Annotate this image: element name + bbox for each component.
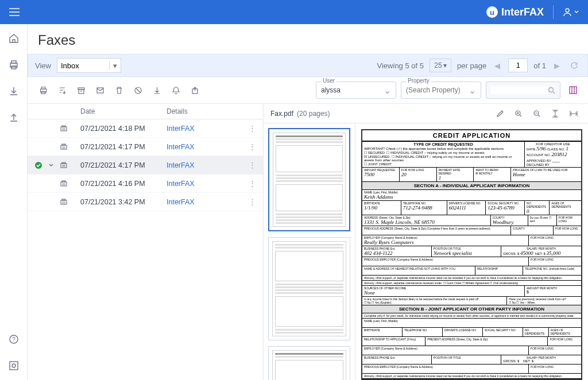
viewing-count: Viewing 5 of 5 bbox=[377, 61, 424, 70]
hamburger-menu-icon[interactable] bbox=[9, 8, 20, 16]
search-field[interactable] bbox=[486, 82, 560, 99]
row-menu-icon[interactable]: ⋮ bbox=[245, 179, 256, 188]
svg-point-0 bbox=[566, 9, 569, 12]
divider bbox=[553, 5, 554, 19]
view-input[interactable] bbox=[57, 61, 109, 70]
archive-icon[interactable] bbox=[77, 86, 86, 95]
user-menu[interactable] bbox=[563, 7, 579, 17]
preview-panel: Fax.pdf (20 pages) bbox=[263, 104, 588, 380]
thumbnail-strip[interactable] bbox=[264, 123, 355, 380]
home-icon[interactable] bbox=[9, 33, 19, 44]
svg-rect-26 bbox=[62, 181, 65, 182]
row-date: 07/21/2021 4:17 PM bbox=[80, 143, 167, 151]
list-header: Date Details bbox=[28, 104, 263, 119]
preview-page-count: (20 pages) bbox=[297, 110, 330, 118]
svg-rect-9 bbox=[41, 87, 45, 88]
svg-rect-17 bbox=[570, 87, 577, 94]
next-page-icon[interactable]: ▶ bbox=[552, 61, 562, 70]
chevron-down-icon[interactable]: ⌄ bbox=[469, 85, 476, 96]
row-details-link[interactable]: InterFAX bbox=[167, 143, 245, 151]
settings-icon[interactable] bbox=[9, 360, 19, 371]
user-filter[interactable]: User ⌄ bbox=[316, 82, 396, 99]
thumbnail-page[interactable] bbox=[268, 346, 350, 380]
page-title: Faxes bbox=[28, 24, 588, 54]
prev-page-icon[interactable]: ◀ bbox=[492, 61, 502, 70]
view-select[interactable]: ▾ bbox=[57, 58, 121, 73]
thumbnail-page[interactable] bbox=[268, 237, 350, 340]
document-viewer[interactable]: CREDIT APPLICATION TYPE OF CREDIT REQUES… bbox=[355, 123, 588, 380]
of-pages: of 1 bbox=[533, 61, 546, 70]
chevron-down-icon[interactable]: ▾ bbox=[109, 61, 121, 70]
help-icon[interactable]: ? bbox=[9, 334, 19, 344]
property-filter-input[interactable] bbox=[406, 86, 469, 94]
row-menu-icon[interactable]: ⋮ bbox=[245, 161, 256, 169]
bell-icon[interactable] bbox=[172, 86, 180, 95]
fax-icon bbox=[60, 180, 80, 188]
download-icon[interactable] bbox=[153, 86, 161, 95]
svg-rect-21 bbox=[62, 144, 65, 145]
refresh-icon[interactable] bbox=[568, 61, 581, 69]
document-page: CREDIT APPLICATION TYPE OF CREDIT REQUES… bbox=[361, 129, 582, 380]
fax-row[interactable]: 07/21/2021 4:17 PM InterFAX ⋮ bbox=[28, 156, 263, 175]
print-icon[interactable] bbox=[9, 60, 19, 70]
row-menu-icon[interactable]: ⋮ bbox=[245, 142, 256, 151]
edit-icon[interactable] bbox=[493, 110, 508, 118]
col-details-header[interactable]: Details bbox=[167, 107, 256, 115]
upload-icon[interactable] bbox=[9, 113, 19, 123]
svg-rect-28 bbox=[62, 199, 65, 200]
search-icon[interactable] bbox=[548, 87, 555, 94]
svg-rect-27 bbox=[61, 200, 67, 204]
preview-filename: Fax.pdf bbox=[270, 110, 293, 118]
row-details-link[interactable]: InterFAX bbox=[167, 180, 245, 188]
thumbnail-page[interactable] bbox=[268, 128, 350, 231]
preview-header: Fax.pdf (20 pages) bbox=[264, 104, 588, 123]
svg-text:?: ? bbox=[12, 336, 16, 343]
row-details-link[interactable]: InterFAX bbox=[167, 198, 245, 206]
svg-rect-23 bbox=[61, 164, 67, 168]
sort-icon[interactable] bbox=[58, 86, 67, 95]
fax-icon bbox=[60, 198, 80, 206]
row-date: 07/21/2021 4:16 PM bbox=[80, 180, 167, 188]
chevron-down-icon[interactable]: ⌄ bbox=[384, 85, 391, 96]
page-number-input[interactable] bbox=[508, 59, 528, 72]
fax-row[interactable]: 07/21/2021 4:17 PM InterFAX ⋮ bbox=[28, 138, 263, 156]
svg-point-7 bbox=[12, 364, 16, 367]
share-icon[interactable] bbox=[191, 86, 199, 95]
row-menu-icon[interactable]: ⋮ bbox=[245, 124, 256, 133]
fax-row[interactable]: 07/21/2021 4:18 PM InterFAX ⋮ bbox=[28, 119, 263, 138]
fax-icon bbox=[60, 143, 80, 151]
fax-row[interactable]: 07/21/2021 3:42 PM InterFAX ⋮ bbox=[28, 193, 263, 211]
fax-list: Date Details 07/21/2021 4:18 PM InterFAX… bbox=[28, 104, 263, 380]
expand-icon[interactable] bbox=[48, 162, 60, 168]
block-icon[interactable] bbox=[134, 86, 142, 95]
per-page-label: per page bbox=[457, 61, 486, 70]
view-label: View bbox=[35, 61, 51, 70]
row-details-link[interactable]: InterFAX bbox=[167, 125, 245, 133]
per-page-select[interactable]: 25 ▾ bbox=[430, 59, 451, 72]
zoom-in-icon[interactable] bbox=[511, 110, 526, 118]
fax-row[interactable]: 07/21/2021 4:16 PM InterFAX ⋮ bbox=[28, 175, 263, 193]
row-date: 07/21/2021 4:18 PM bbox=[80, 125, 167, 133]
search-input[interactable] bbox=[491, 86, 548, 94]
svg-rect-18 bbox=[61, 127, 67, 131]
property-filter[interactable]: Property ⌄ bbox=[401, 82, 481, 99]
svg-rect-24 bbox=[62, 162, 65, 164]
print-icon[interactable] bbox=[39, 86, 48, 95]
columns-toggle-icon[interactable] bbox=[565, 86, 581, 95]
row-menu-icon[interactable]: ⋮ bbox=[245, 197, 256, 206]
mail-icon[interactable] bbox=[96, 86, 105, 95]
user-filter-input[interactable] bbox=[321, 86, 384, 94]
fit-width-icon[interactable] bbox=[566, 110, 581, 118]
row-checkbox[interactable] bbox=[34, 161, 48, 169]
row-details-link[interactable]: InterFAX bbox=[167, 161, 245, 169]
chevron-down-icon bbox=[574, 10, 579, 14]
fit-height-icon[interactable] bbox=[548, 110, 563, 118]
col-date-header[interactable]: Date bbox=[80, 107, 167, 115]
download-icon[interactable] bbox=[9, 86, 19, 96]
row-date: 07/21/2021 4:17 PM bbox=[80, 161, 167, 169]
zoom-out-icon[interactable] bbox=[529, 110, 544, 118]
svg-rect-2 bbox=[11, 61, 16, 63]
trash-icon[interactable] bbox=[115, 86, 123, 95]
svg-rect-20 bbox=[61, 145, 67, 149]
brand-icon: u bbox=[486, 6, 498, 18]
